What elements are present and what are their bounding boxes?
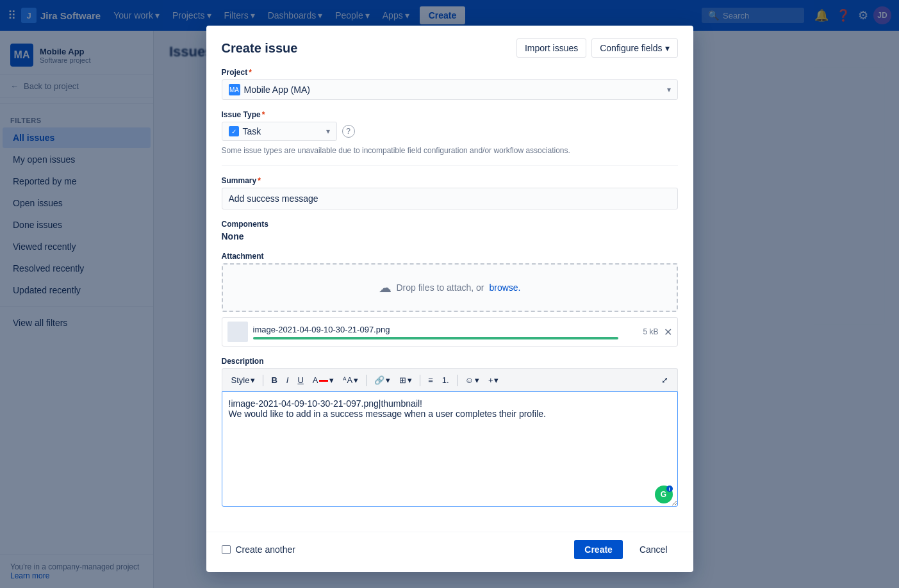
chevron-down-icon <box>326 127 330 136</box>
text-color-button[interactable]: A <box>309 373 338 388</box>
description-label: Description <box>222 357 678 366</box>
components-value: None <box>222 231 678 241</box>
toolbar-separator-4 <box>457 375 458 386</box>
task-icon: ✓ <box>229 126 239 136</box>
create-another-row: Create another <box>222 544 295 555</box>
components-label: Components <box>222 220 678 229</box>
bold-button[interactable]: B <box>267 373 281 388</box>
chevron-down-icon <box>329 375 334 385</box>
summary-label: Summary * <box>222 176 678 185</box>
project-select[interactable]: MA Mobile App (MA) ▾ <box>222 79 678 100</box>
italic-button[interactable]: I <box>283 373 293 388</box>
collapse-toolbar-button[interactable]: ⤢ <box>657 373 672 388</box>
modal-title: Create issue <box>222 41 298 56</box>
attachment-label: Attachment <box>222 252 678 261</box>
chevron-down-icon <box>475 375 479 385</box>
toolbar-separator <box>263 375 263 386</box>
issue-type-field-group: Issue Type * ✓ Task ? Some issue types a… <box>222 110 678 155</box>
attachment-item: image-2021-04-09-10-30-21-097.png 5 kB ✕ <box>222 317 678 347</box>
underline-button[interactable]: U <box>293 373 307 388</box>
description-editor-container: G i <box>222 391 678 509</box>
chevron-down-icon <box>386 375 390 385</box>
attachment-dropzone[interactable]: ☁ Drop files to attach, or browse. <box>222 263 678 312</box>
project-field-group: Project * MA Mobile App (MA) ▾ <box>222 68 678 100</box>
summary-field-group: Summary * <box>222 176 678 209</box>
required-indicator: * <box>258 176 261 185</box>
plus-icon: + <box>488 375 493 385</box>
project-label: Project * <box>222 68 678 77</box>
link-button[interactable]: 🔗 <box>370 373 394 388</box>
required-indicator: * <box>249 68 252 77</box>
chevron-down-icon <box>408 375 412 385</box>
toolbar-separator-2 <box>366 375 367 386</box>
modal-body: Project * MA Mobile App (MA) ▾ Issue Typ… <box>206 68 693 532</box>
attachment-progress-bar <box>253 337 619 339</box>
components-field-group: Components None <box>222 220 678 241</box>
style-dropdown[interactable]: Style <box>227 373 260 388</box>
form-divider <box>222 165 678 166</box>
chevron-down-icon <box>251 375 255 385</box>
help-icon[interactable]: ? <box>342 125 355 138</box>
chevron-down-icon <box>665 43 670 53</box>
toolbar-separator-3 <box>420 375 420 386</box>
chevron-down-icon: ▾ <box>667 85 671 94</box>
attachment-thumbnail <box>227 322 248 342</box>
emoji-button[interactable]: ☺ <box>461 373 483 388</box>
import-issues-button[interactable]: Import issues <box>516 38 586 58</box>
warning-text: Some issue types are unavailable due to … <box>222 146 678 155</box>
modal-header: Create issue Import issues Configure fie… <box>206 26 693 68</box>
modal-footer: Create another Create Cancel <box>206 532 693 572</box>
cancel-button[interactable]: Cancel <box>629 540 678 559</box>
project-select-icon: MA <box>229 84 240 95</box>
browse-link[interactable]: browse. <box>489 282 520 293</box>
font-size-button[interactable]: ᴬA <box>339 373 362 388</box>
list-unordered-icon: ≡ <box>428 375 433 385</box>
grammarly-badge: G i <box>655 486 673 503</box>
issue-type-select[interactable]: ✓ Task <box>222 122 337 141</box>
summary-input[interactable] <box>222 188 678 209</box>
description-textarea[interactable] <box>222 391 678 507</box>
issue-type-label: Issue Type * <box>222 110 678 119</box>
table-button[interactable]: ⊞ <box>395 373 416 388</box>
link-icon: 🔗 <box>374 375 384 385</box>
create-issue-modal: Create issue Import issues Configure fie… <box>206 26 693 572</box>
unordered-list-button[interactable]: ≡ <box>424 373 437 388</box>
required-indicator: * <box>262 110 265 119</box>
configure-fields-button[interactable]: Configure fields <box>591 38 677 58</box>
description-toolbar: Style B I U A ᴬA <box>222 368 678 391</box>
ordered-list-button[interactable]: 1. <box>438 373 453 388</box>
create-another-checkbox[interactable] <box>222 545 231 554</box>
attachment-info: image-2021-04-09-10-30-21-097.png <box>253 325 638 339</box>
more-options-button[interactable]: + <box>484 373 503 388</box>
description-field-group: Description Style B I U A <box>222 357 678 509</box>
attachment-field-group: Attachment ☁ Drop files to attach, or br… <box>222 252 678 347</box>
collapse-icon: ⤢ <box>661 375 668 385</box>
attachment-size: 5 kB <box>643 327 658 336</box>
modal-overlay[interactable]: Create issue Import issues Configure fie… <box>0 0 899 588</box>
create-submit-button[interactable]: Create <box>574 540 623 559</box>
table-icon: ⊞ <box>399 375 406 385</box>
attachment-filename: image-2021-04-09-10-30-21-097.png <box>253 325 638 334</box>
upload-icon: ☁ <box>379 280 392 295</box>
chevron-down-icon <box>354 375 358 385</box>
issue-type-row: ✓ Task ? <box>222 122 678 141</box>
chevron-down-icon <box>494 375 499 385</box>
attachment-remove-button[interactable]: ✕ <box>664 326 672 338</box>
modal-header-actions: Import issues Configure fields <box>516 38 678 58</box>
grammarly-notification: i <box>666 486 673 492</box>
list-ordered-icon: 1. <box>442 375 449 385</box>
emoji-icon: ☺ <box>465 375 474 385</box>
